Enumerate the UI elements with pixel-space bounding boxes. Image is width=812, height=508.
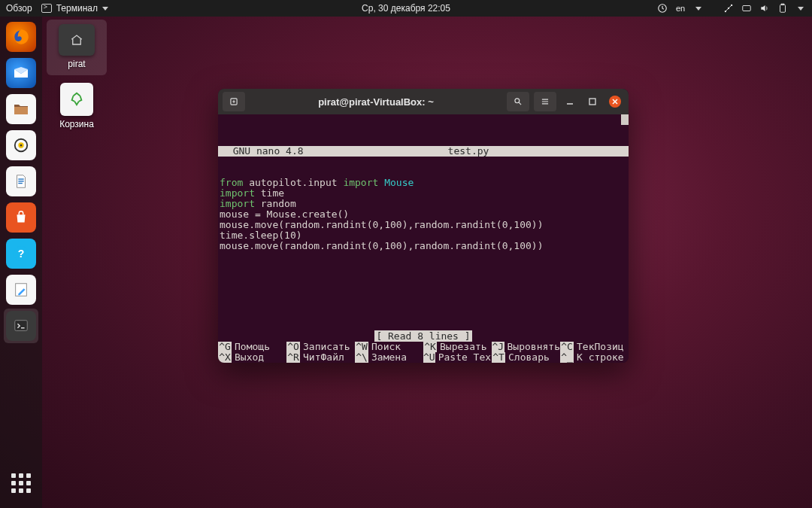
desktop-icon-label: pirat [47, 59, 107, 69]
document-icon [6, 166, 36, 196]
appmenu-button[interactable]: Терминал [41, 3, 108, 14]
svg-rect-18 [15, 321, 28, 331]
dock-item-firefox[interactable] [4, 20, 38, 54]
volume-icon[interactable] [759, 3, 770, 14]
dock-item-thunderbird[interactable] [4, 56, 38, 90]
nano-titlebar: GNU nano 4.8 test.py [218, 146, 629, 157]
nano-help-bar: ^GПомощь^XВыход^OЗаписать^RЧитФайл^WПоис… [218, 342, 629, 363]
dock-item-rhythmbox[interactable] [4, 128, 38, 163]
nano-shortcut: ^UPaste Text [423, 352, 492, 363]
svg-rect-14 [18, 183, 22, 184]
scrollbar[interactable] [621, 114, 629, 125]
window-title: pirat@pirat-VirtualBox: ~ [250, 96, 502, 108]
minimize-button[interactable] [564, 96, 576, 108]
nano-shortcut: ^GПомощь [218, 342, 286, 352]
vpn-icon[interactable] [741, 3, 752, 14]
chevron-down-icon [693, 3, 704, 14]
clock[interactable]: Ср, 30 декабря 22:05 [362, 3, 450, 14]
terminal-window: pirat@pirat-VirtualBox: ~ GNU nano 4.8 t… [218, 89, 629, 363]
show-applications-button[interactable] [4, 466, 38, 500]
desktop-home-folder[interactable]: pirat [47, 20, 107, 75]
nano-shortcut: ^OЗаписать [286, 342, 355, 352]
lang-indicator[interactable]: en [675, 3, 686, 14]
desktop-icon-label: Корзина [47, 119, 107, 129]
nano-shortcut: ^CТекПозиц [560, 342, 629, 352]
nano-shortcut: ^KВырезать [423, 342, 492, 352]
firefox-icon [6, 22, 36, 52]
nano-shortcut: ^WПоиск [355, 342, 423, 352]
launcher-dock: ? [0, 17, 42, 508]
nano-shortcut: ^_К строке [560, 352, 629, 363]
menu-button[interactable] [534, 92, 556, 111]
svg-text:?: ? [18, 248, 25, 260]
svg-rect-12 [18, 178, 23, 179]
network-icon[interactable] [723, 3, 734, 14]
activities-button[interactable]: Обзор [6, 3, 32, 14]
nano-shortcut: ^XВыход [218, 352, 286, 363]
desktop-trash[interactable]: Корзина [47, 83, 107, 129]
text-editor-icon [6, 275, 36, 305]
dock-item-terminal[interactable] [4, 309, 38, 343]
help-icon: ? [6, 239, 36, 269]
svg-rect-4 [743, 6, 751, 11]
svg-rect-8 [14, 107, 28, 114]
search-button[interactable] [507, 92, 529, 111]
speaker-icon [6, 130, 36, 160]
svg-rect-6 [781, 4, 784, 5]
dock-item-libreoffice[interactable] [4, 164, 38, 199]
svg-rect-21 [589, 99, 595, 105]
svg-point-11 [20, 144, 23, 147]
dock-item-files[interactable] [4, 92, 38, 126]
battery-icon[interactable] [777, 3, 788, 14]
system-tray: en [657, 3, 806, 14]
software-icon [6, 202, 36, 233]
appmenu-label: Терминал [56, 3, 98, 14]
terminal-icon [41, 4, 52, 13]
dock-item-software[interactable] [4, 200, 38, 235]
svg-rect-13 [18, 181, 23, 181]
terminal-icon [6, 311, 36, 341]
terminal-content[interactable]: GNU nano 4.8 test.py from autopilot.inpu… [218, 114, 629, 363]
dock-item-editor[interactable] [4, 272, 38, 307]
new-tab-button[interactable] [223, 92, 245, 111]
nano-status: [ Read 8 lines ] [218, 331, 629, 342]
files-icon [6, 94, 36, 124]
nano-shortcut: ^\Замена [355, 352, 423, 363]
keyboard-status-icon[interactable] [657, 3, 668, 14]
top-panel: Обзор Терминал Ср, 30 декабря 22:05 en [0, 0, 812, 17]
nano-shortcut: ^JВыровнять [492, 342, 560, 352]
trash-icon [60, 83, 93, 116]
folder-icon [59, 24, 95, 56]
maximize-button[interactable] [586, 96, 598, 108]
chevron-down-icon [102, 7, 108, 11]
dock-item-help[interactable]: ? [4, 236, 38, 271]
svg-point-20 [515, 99, 520, 103]
nano-shortcut: ^TСловарь [492, 352, 560, 363]
svg-rect-5 [780, 5, 786, 12]
thunderbird-icon [6, 58, 36, 88]
nano-shortcut: ^RЧитФайл [286, 352, 355, 363]
editor-buffer[interactable]: from autopilot.input import Mouseimport … [218, 178, 629, 251]
titlebar[interactable]: pirat@pirat-VirtualBox: ~ [218, 89, 629, 114]
close-button[interactable] [609, 96, 621, 108]
chevron-down-icon [795, 3, 806, 14]
